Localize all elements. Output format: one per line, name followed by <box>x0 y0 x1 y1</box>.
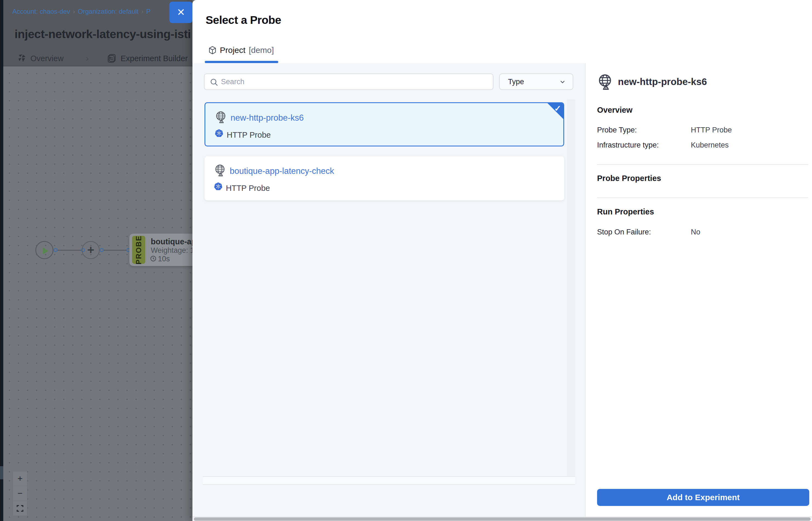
tab-overview-label: Overview <box>30 54 64 63</box>
search-input[interactable] <box>221 74 489 89</box>
probe-node-weightage: Weightage: 10 <box>151 246 196 255</box>
experiment-tab-bar: Overview › Experiment Builder <box>3 51 192 66</box>
section-divider <box>597 164 808 165</box>
probe-node-title: boutique-ap <box>151 237 196 246</box>
plus-icon: + <box>18 474 23 484</box>
play-icon <box>42 247 49 255</box>
tab-experiment-builder-label: Experiment Builder <box>121 54 188 63</box>
http-probe-icon <box>214 164 227 177</box>
probe-node-duration: 10s <box>158 255 170 263</box>
horizontal-scrollbar-thumb[interactable] <box>194 517 811 521</box>
collapsed-left-nav <box>0 0 3 521</box>
screen: Account: chaos-dev›Organization: default… <box>0 0 812 521</box>
tab-project-label: Project <box>220 46 245 55</box>
add-to-experiment-button[interactable]: Add to Experiment <box>597 489 809 506</box>
close-icon: ✕ <box>177 6 185 18</box>
breadcrumb: Account: chaos-dev›Organization: default… <box>12 8 188 15</box>
list-vertical-scrollbar[interactable] <box>567 99 575 476</box>
edge-line <box>57 250 82 251</box>
breadcrumb-separator-icon: › <box>141 8 143 15</box>
list-footer-band <box>203 476 575 485</box>
experiment-builder-icon <box>108 54 116 63</box>
probe-type-label: HTTP Probe <box>226 184 270 193</box>
check-icon: ✓ <box>554 104 561 113</box>
http-probe-icon <box>215 111 227 124</box>
section-overview-heading: Overview <box>597 106 632 115</box>
field-value: HTTP Probe <box>691 126 732 134</box>
tab-experiment-builder[interactable]: Experiment Builder <box>108 54 188 63</box>
http-probe-icon <box>598 73 613 91</box>
fit-to-screen-button[interactable] <box>13 501 27 516</box>
tab-project[interactable]: Project [demo] <box>208 44 274 56</box>
field-value: Kubernetes <box>691 141 729 150</box>
breadcrumb-account-link[interactable]: Account: chaos-dev <box>12 8 70 15</box>
close-button[interactable]: ✕ <box>169 2 192 23</box>
probe-card-selected[interactable]: ✓ new-http-probe-ks6 HTTP Probe <box>205 102 564 146</box>
probe-type-label: HTTP Probe <box>227 131 271 140</box>
add-to-experiment-label: Add to Experiment <box>667 493 740 502</box>
tab-chevron-icon: › <box>86 53 89 63</box>
clock-icon <box>150 255 156 262</box>
add-step-node[interactable]: + <box>82 241 100 259</box>
tab-project-scope: [demo] <box>249 46 274 55</box>
chevron-down-icon <box>559 78 566 85</box>
type-filter-label: Type <box>508 77 524 86</box>
search-box <box>204 73 493 90</box>
zoom-in-button[interactable]: + <box>13 471 27 486</box>
field-label: Stop On Failure: <box>597 228 651 236</box>
edge-line <box>103 250 127 251</box>
page-title: inject-network-latency-using-isti <box>15 27 192 41</box>
probe-name-link[interactable]: new-http-probe-ks6 <box>231 113 304 123</box>
left-nav-notch <box>0 466 3 479</box>
project-cube-icon <box>208 46 216 54</box>
section-divider <box>597 198 808 198</box>
drawer-title: Select a Probe <box>206 14 281 27</box>
edge-port[interactable] <box>54 248 57 252</box>
probe-card[interactable]: boutique-app-latency-check HTTP Probe <box>205 156 564 200</box>
field-label: Infrastructure type: <box>597 141 659 150</box>
active-tab-underline <box>205 61 278 63</box>
kubernetes-icon <box>215 129 224 138</box>
probe-node-badge: PROBE <box>132 236 145 264</box>
breadcrumb-separator-icon: › <box>73 8 75 15</box>
overview-icon <box>18 54 26 63</box>
probe-node-card[interactable]: PROBE boutique-ap Weightage: 10 10s <box>130 234 196 266</box>
kubernetes-icon <box>214 182 223 191</box>
search-icon <box>210 78 218 86</box>
edge-port[interactable] <box>100 248 103 252</box>
section-run-properties-heading: Run Properties <box>597 207 654 217</box>
breadcrumb-organization-link[interactable]: Organization: default <box>78 8 138 15</box>
experiment-canvas[interactable]: + PROBE boutique-ap Weightage: 10 10s + … <box>3 66 192 521</box>
section-probe-properties-heading: Probe Properties <box>597 174 661 183</box>
zoom-out-button[interactable]: − <box>13 486 27 501</box>
field-value: No <box>691 228 700 236</box>
canvas-zoom-controls: + − <box>13 471 27 516</box>
probe-name-link[interactable]: boutique-app-latency-check <box>230 166 334 176</box>
breadcrumb-project-link[interactable]: P <box>146 8 150 15</box>
plus-icon: + <box>87 244 94 256</box>
tab-overview[interactable]: Overview <box>18 54 64 63</box>
details-probe-name: new-http-probe-ks6 <box>618 76 707 87</box>
type-filter-dropdown[interactable]: Type <box>499 73 573 90</box>
start-node[interactable] <box>36 241 53 259</box>
field-label: Probe Type: <box>597 126 637 134</box>
fullscreen-icon <box>17 505 24 512</box>
minus-icon: − <box>18 489 23 499</box>
